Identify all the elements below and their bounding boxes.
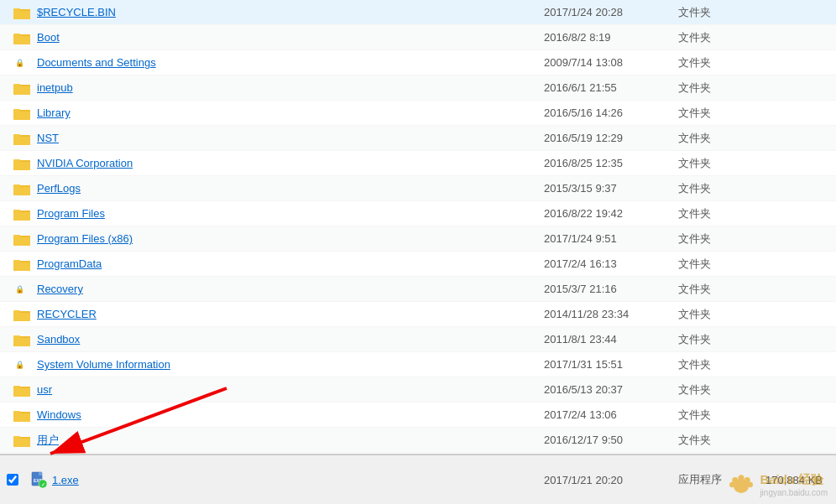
svg-rect-58 — [13, 439, 30, 447]
table-row[interactable]: usr2016/5/13 20:37文件夹 — [0, 377, 836, 403]
file-type: 文件夹 — [678, 433, 745, 448]
file-type: 文件夹 — [678, 30, 745, 45]
table-row[interactable]: 用户2016/12/17 9:50文件夹 — [0, 428, 836, 453]
table-row[interactable]: Library2016/5/16 14:26文件夹 — [0, 101, 836, 126]
folder-icon-col — [7, 107, 37, 120]
table-row[interactable]: NST2016/5/19 12:29文件夹 — [0, 126, 836, 151]
file-type: 文件夹 — [678, 106, 745, 121]
file-name[interactable]: 用户 — [37, 433, 544, 448]
svg-rect-26 — [13, 187, 30, 195]
folder-icon-col — [7, 308, 37, 321]
checkbox-area[interactable] — [7, 474, 18, 486]
file-date: 2016/8/2 8:19 — [544, 31, 678, 44]
svg-rect-2 — [13, 11, 30, 19]
table-row[interactable]: $RECYCLE.BIN2017/1/24 20:28文件夹 — [0, 0, 836, 25]
svg-point-71 — [729, 482, 734, 487]
file-name[interactable]: Program Files (x86) — [37, 232, 544, 245]
file-type: 文件夹 — [678, 81, 745, 96]
file-name[interactable]: $RECYCLE.BIN — [37, 6, 544, 18]
file-name[interactable]: Sandbox — [37, 333, 544, 346]
bottom-bar: EXE ✓ 1.exe 2017/1/21 20:20 应用程序 170,884… — [0, 454, 836, 504]
file-date: 2016/8/25 12:35 — [544, 157, 678, 169]
file-name[interactable]: ProgramData — [37, 257, 544, 270]
file-date: 2016/5/13 20:37 — [544, 383, 678, 396]
file-type: 文件夹 — [678, 307, 745, 322]
file-date: 2017/2/4 13:06 — [544, 408, 678, 421]
table-row[interactable]: RECYCLER2014/11/28 23:34文件夹 — [0, 302, 836, 327]
table-row[interactable]: NVIDIA Corporation2016/8/25 12:35文件夹 — [0, 151, 836, 176]
folder-icon-col — [7, 207, 37, 221]
lock-icon: 🔒 — [15, 361, 24, 369]
file-name[interactable]: Windows — [37, 408, 544, 421]
svg-rect-34 — [13, 237, 30, 246]
folder-icon — [13, 434, 30, 447]
file-name[interactable]: PerfLogs — [37, 182, 544, 195]
file-name[interactable]: RECYCLER — [37, 308, 544, 320]
file-date: 2016/5/19 12:29 — [544, 132, 678, 144]
svg-rect-35 — [13, 235, 20, 237]
file-name[interactable]: Boot — [37, 31, 544, 44]
table-row[interactable]: 🔒System Volume Information2017/1/31 15:5… — [0, 352, 836, 377]
file-name[interactable]: usr — [37, 383, 544, 396]
file-name[interactable]: Recovery — [37, 283, 544, 295]
folder-icon-col — [7, 6, 37, 19]
svg-rect-22 — [13, 162, 30, 170]
svg-rect-11 — [13, 84, 20, 86]
file-type: 文件夹 — [678, 131, 745, 146]
table-row[interactable]: Boot2016/8/2 8:19文件夹 — [0, 25, 836, 50]
table-row[interactable]: Program Files2016/8/22 19:42文件夹 — [0, 201, 836, 226]
lock-icon: 🔒 — [15, 285, 24, 294]
file-name[interactable]: NVIDIA Corporation — [37, 157, 544, 169]
file-name[interactable]: System Volume Information — [37, 358, 544, 371]
table-row[interactable]: 🔒Recovery2015/3/7 21:16文件夹 — [0, 277, 836, 302]
table-row[interactable]: Windows2017/2/4 13:06文件夹 — [0, 403, 836, 428]
file-name[interactable]: NST — [37, 132, 544, 144]
table-row[interactable]: Sandbox2011/8/1 23:44文件夹 — [0, 327, 836, 352]
folder-icon — [13, 157, 30, 170]
folder-icon — [13, 333, 30, 346]
file-date: 2015/3/15 9:37 — [544, 182, 678, 195]
svg-rect-23 — [13, 159, 20, 162]
file-type: 文件夹 — [678, 382, 745, 397]
file-type: 文件夹 — [678, 332, 745, 347]
svg-rect-19 — [13, 134, 20, 137]
svg-rect-3 — [13, 8, 20, 11]
table-row[interactable]: 🔒Documents and Settings2009/7/14 13:08文件… — [0, 50, 836, 75]
file-type: 文件夹 — [678, 357, 745, 372]
svg-rect-50 — [13, 388, 30, 397]
file-name[interactable]: Library — [37, 107, 544, 119]
folder-icon-col — [7, 157, 37, 170]
folder-icon-col — [7, 434, 37, 447]
svg-rect-27 — [13, 184, 20, 187]
folder-icon — [13, 107, 30, 120]
svg-rect-38 — [13, 262, 30, 271]
file-date: 2016/5/16 14:26 — [544, 107, 678, 119]
svg-rect-46 — [13, 338, 30, 346]
svg-rect-31 — [13, 210, 20, 212]
exe-icon: EXE ✓ — [30, 471, 47, 488]
file-list: $RECYCLE.BIN2017/1/24 20:28文件夹 Boot2016/… — [0, 0, 836, 454]
svg-rect-18 — [13, 137, 30, 145]
file-name[interactable]: inetpub — [37, 81, 544, 94]
exe-file-name[interactable]: 1.exe — [52, 474, 79, 486]
table-row[interactable]: Program Files (x86)2017/1/24 9:51文件夹 — [0, 226, 836, 252]
svg-point-69 — [739, 475, 745, 481]
file-name[interactable]: Program Files — [37, 207, 544, 220]
file-name[interactable]: Documents and Settings — [37, 56, 544, 69]
table-row[interactable]: inetpub2016/6/1 21:55文件夹 — [0, 75, 836, 101]
folder-icon — [13, 182, 30, 195]
file-type: 文件夹 — [678, 5, 745, 20]
folder-icon — [13, 308, 30, 321]
folder-icon — [13, 408, 30, 422]
svg-rect-30 — [13, 212, 30, 221]
folder-icon-col — [7, 132, 37, 145]
file-checkbox[interactable] — [7, 474, 18, 486]
file-type: 文件夹 — [678, 282, 745, 297]
folder-icon — [13, 6, 30, 19]
file-date: 2016/6/1 21:55 — [544, 81, 678, 94]
file-date: 2017/2/4 16:13 — [544, 257, 678, 270]
folder-icon — [13, 31, 30, 44]
table-row[interactable]: PerfLogs2015/3/15 9:37文件夹 — [0, 176, 836, 201]
table-row[interactable]: ProgramData2017/2/4 16:13文件夹 — [0, 252, 836, 277]
file-date: 2011/8/1 23:44 — [544, 333, 678, 346]
